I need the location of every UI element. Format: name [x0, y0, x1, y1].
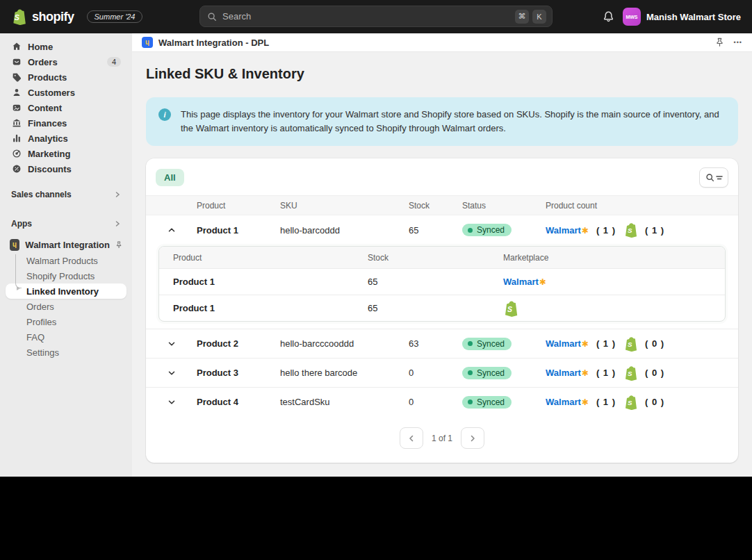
table-row[interactable]: Product 3 hello there barcode 0 Synced W…: [146, 358, 738, 387]
sidebar-item-orders[interactable]: Orders 4: [6, 54, 126, 69]
prev-page-button[interactable]: [400, 427, 423, 449]
section-label: Sales channels: [11, 190, 72, 199]
info-icon: i: [158, 108, 171, 121]
walmart-spark-icon: ✱: [582, 397, 589, 407]
sidebar-item-label: Discounts: [28, 164, 72, 174]
sidebar-subitem-faq[interactable]: FAQ: [6, 329, 126, 345]
col-product: Product: [197, 201, 280, 211]
cell-product: Product 4: [197, 397, 280, 407]
sidebar-item-label: Customers: [28, 88, 75, 98]
pin-icon[interactable]: [115, 240, 122, 249]
status-dot: [468, 228, 473, 233]
cell-sku: testCardSku: [280, 397, 409, 407]
sidebar-app-walmart-integration[interactable]: h Walmart Integration - ...: [6, 236, 126, 253]
col-product-count: Product count: [546, 201, 738, 211]
sidebar-item-home[interactable]: Home: [6, 39, 126, 54]
account-menu[interactable]: MWS Manish Walmart Store: [623, 8, 741, 26]
next-page-button[interactable]: [461, 427, 484, 449]
subitem-label: Shopify Products: [26, 271, 95, 281]
sidebar-section-apps[interactable]: Apps: [11, 217, 121, 231]
sidebar-item-discounts[interactable]: Discounts: [6, 161, 126, 176]
table-row[interactable]: Product 4 testCardSku 0 Synced Walmart✱ …: [146, 387, 738, 416]
cell-product: Product 3: [197, 368, 280, 378]
sidebar-item-label: Content: [28, 103, 62, 113]
svg-text:S: S: [628, 370, 632, 377]
tab-all[interactable]: All: [156, 169, 184, 186]
sidebar-item-customers[interactable]: Customers: [6, 85, 126, 100]
subitem-label: Orders: [26, 302, 54, 312]
subcol-stock: Stock: [368, 253, 503, 263]
sidebar-item-products[interactable]: Products: [6, 69, 126, 85]
page-title: Linked SKU & Inventory: [146, 66, 738, 82]
sidebar-section-sales-channels[interactable]: Sales channels: [11, 188, 121, 201]
sidebar-subitem-orders[interactable]: Orders: [6, 299, 126, 314]
expand-row-button[interactable]: [146, 397, 197, 407]
shopify-logo[interactable]: S shopify Summer '24: [0, 8, 142, 25]
expanded-subtable: Product Stock Marketplace Product 1 65 W…: [158, 246, 726, 322]
inventory-card: All Product SKU Stock Status Product cou…: [146, 158, 738, 463]
table-row[interactable]: Product 2 hello-barcccooddd 63 Synced Wa…: [146, 329, 738, 358]
expand-row-button[interactable]: [146, 368, 197, 378]
chevron-right-icon: [468, 434, 477, 443]
shopify-bag-icon: S: [623, 222, 637, 238]
svg-text:S: S: [507, 304, 512, 313]
chevron-right-icon: [114, 191, 121, 198]
svg-text:S: S: [628, 227, 632, 234]
status-dot: [468, 370, 473, 375]
k-key: K: [532, 10, 546, 24]
media-icon: [11, 103, 22, 113]
svg-text:S: S: [15, 13, 19, 22]
sidebar-item-content[interactable]: Content: [6, 100, 126, 115]
walmart-logo: Walmart✱: [546, 225, 589, 236]
search-filter-button[interactable]: [699, 167, 728, 188]
walmart-count: ( 1 ): [596, 338, 616, 349]
sidebar-item-analytics[interactable]: Analytics: [6, 131, 126, 146]
collapse-row-button[interactable]: [146, 225, 197, 235]
release-badge: Summer '24: [87, 10, 143, 23]
cell-sku: hello-barcoddd: [280, 225, 409, 236]
subitem-label: Walmart Products: [26, 256, 98, 266]
global-search[interactable]: ⌘ K: [199, 6, 553, 27]
subtable-row: Product 1 65 S: [159, 295, 725, 321]
bell-icon[interactable]: [603, 10, 614, 23]
overflow-menu-icon[interactable]: •••: [734, 39, 742, 46]
home-icon: [11, 42, 22, 51]
tree-connector: [15, 254, 22, 288]
table-row[interactable]: Product 1 hello-barcoddd 65 Synced Walma…: [146, 215, 738, 245]
sidebar-subitem-linked-inventory[interactable]: Linked Inventory: [6, 283, 126, 299]
search-icon: [705, 173, 714, 182]
subtable-row: Product 1 65 Walmart✱: [159, 268, 725, 295]
sidebar-item-label: Finances: [28, 118, 67, 129]
walmart-spark-icon: ✱: [582, 368, 589, 378]
expand-row-button[interactable]: [146, 339, 197, 349]
subitem-label: FAQ: [26, 332, 44, 343]
subcol-product: Product: [173, 253, 368, 263]
app-icon: h: [10, 239, 19, 251]
col-status: Status: [462, 201, 546, 211]
shopify-count: ( 0 ): [645, 368, 664, 378]
sidebar: Home Orders 4 Products Customers Content: [0, 33, 132, 477]
subcol-marketplace: Marketplace: [503, 253, 725, 263]
cell-stock: 65: [368, 303, 503, 313]
walmart-spark-icon: ✱: [582, 339, 589, 349]
shopify-count: ( 0 ): [645, 338, 664, 349]
search-icon: [207, 12, 217, 22]
sidebar-item-finances[interactable]: Finances: [6, 115, 126, 131]
subitem-label: Profiles: [26, 317, 56, 327]
sidebar-subitem-shopify-products[interactable]: Shopify Products: [6, 268, 126, 283]
sidebar-item-label: Orders: [28, 57, 58, 67]
shopify-bag-icon: S: [623, 365, 637, 381]
orders-count-badge: 4: [107, 57, 121, 67]
target-icon: [11, 149, 22, 158]
pin-icon[interactable]: [715, 38, 724, 47]
status-dot: [468, 341, 473, 346]
status-badge: Synced: [462, 224, 512, 236]
shopify-bag-icon: S: [623, 336, 637, 352]
sidebar-subitem-walmart-products[interactable]: Walmart Products: [6, 253, 126, 268]
sidebar-item-label: Home: [28, 42, 53, 52]
sidebar-item-marketing[interactable]: Marketing: [6, 146, 126, 161]
search-input[interactable]: [222, 11, 512, 22]
sidebar-subitem-profiles[interactable]: Profiles: [6, 314, 126, 329]
sidebar-subitem-settings[interactable]: Settings: [6, 345, 126, 360]
filter-icon: [716, 174, 723, 182]
